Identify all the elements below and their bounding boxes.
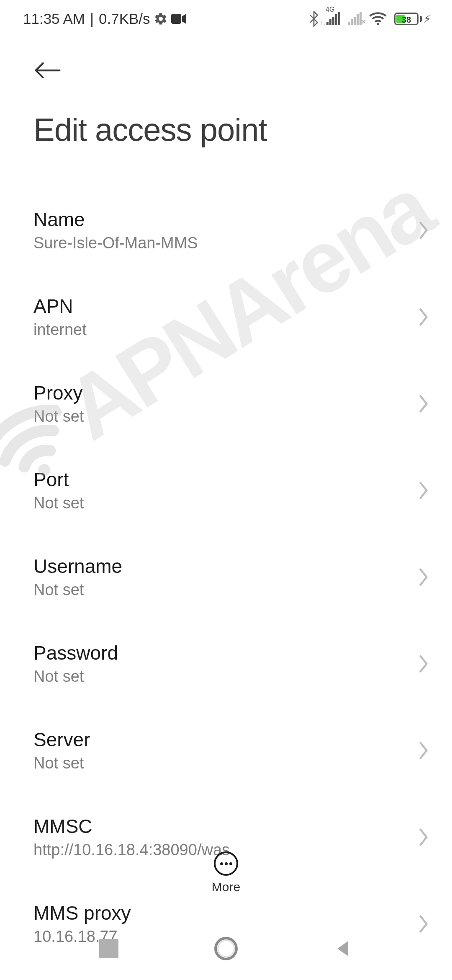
signal-4g-icon: 4G ↑↓ [326,13,340,25]
setting-value: Not set [33,407,84,426]
signal-nosim-icon: ✕ [348,13,362,25]
triangle-left-icon [333,939,353,959]
signal-x-icon: ✕ [361,18,366,26]
setting-server[interactable]: Server Not set [33,714,429,801]
more-icon [214,851,238,876]
chevron-right-icon [418,828,429,846]
battery-indicator: 38 ⚡︎ [394,13,431,26]
setting-title: Proxy [33,382,84,404]
signal-arrows-icon: ↑↓ [320,19,326,26]
setting-value: Not set [33,668,118,686]
setting-title: Port [33,468,84,491]
status-bar-left: 11:35 AM | 0.7KB/s [23,10,186,27]
nav-recents-button[interactable] [88,928,130,970]
setting-username[interactable]: Username Not set [33,541,429,627]
status-separator: | [90,10,94,27]
setting-value: Not set [33,581,122,599]
setting-value: Not set [33,754,90,772]
setting-value: internet [33,321,87,339]
chevron-right-icon [418,308,429,326]
square-icon [99,939,118,958]
page-header: Edit access point [0,38,452,148]
circle-icon [214,937,238,960]
back-button[interactable] [33,54,65,86]
setting-name[interactable]: Name Sure-Isle-Of-Man-MMS [33,194,429,281]
svg-point-1 [377,23,379,25]
battery-percent: 38 [396,15,417,25]
chevron-right-icon [418,221,429,240]
nav-back-button[interactable] [322,928,364,970]
camera-icon [171,13,186,24]
setting-title: MMSC [33,815,230,838]
setting-proxy[interactable]: Proxy Not set [33,367,429,454]
setting-title: Name [33,208,198,231]
nav-home-button[interactable] [205,928,247,970]
status-bar: 11:35 AM | 0.7KB/s 4G ↑↓ ✕ 38 [0,0,452,38]
setting-title: APN [33,295,87,317]
gear-icon [154,12,168,26]
navigation-bar [0,917,452,980]
setting-title: Server [33,728,90,751]
setting-port[interactable]: Port Not set [33,454,429,541]
status-data-rate: 0.7KB/s [99,10,150,27]
more-label: More [212,880,240,894]
chevron-right-icon [418,481,429,500]
setting-title: Username [33,555,122,578]
status-bar-right: 4G ↑↓ ✕ 38 ⚡︎ [309,11,431,27]
setting-value: Not set [33,494,84,512]
chevron-right-icon [418,568,429,586]
bluetooth-icon [309,11,319,27]
setting-apn[interactable]: APN internet [33,281,429,367]
page-title: Edit access point [33,111,419,148]
signal-4g-label: 4G [326,6,334,13]
navbar-divider [18,906,434,906]
more-button[interactable]: More [0,851,452,894]
chevron-right-icon [418,395,429,413]
svg-rect-0 [171,14,181,24]
arrow-left-icon [33,60,62,80]
chevron-right-icon [418,655,429,673]
status-time: 11:35 AM [23,10,85,27]
wifi-icon [369,12,387,26]
setting-password[interactable]: Password Not set [33,627,429,714]
setting-value: Sure-Isle-Of-Man-MMS [33,234,198,252]
setting-title: Password [33,642,118,664]
charging-icon: ⚡︎ [424,13,431,26]
chevron-right-icon [418,741,429,760]
